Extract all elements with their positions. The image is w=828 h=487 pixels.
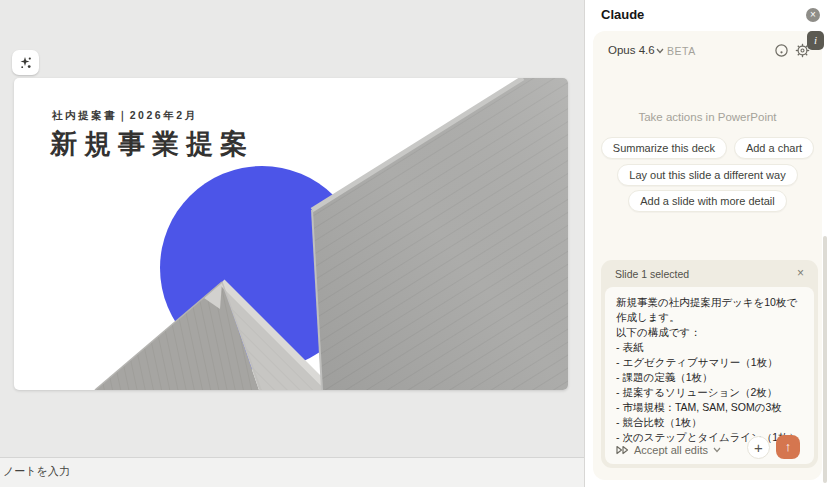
sparkle-icon bbox=[19, 56, 33, 70]
notes-input[interactable]: ノートを入力 bbox=[0, 458, 584, 487]
context-close-icon[interactable]: × bbox=[797, 266, 804, 280]
slide-kicker-text[interactable]: 社内提案書｜2026年2月 bbox=[52, 109, 197, 123]
empty-state-label: Take actions in PowerPoint bbox=[593, 111, 822, 123]
model-selector[interactable]: Opus 4.6 bbox=[608, 44, 655, 56]
suggestion-summarize-deck[interactable]: Summarize this deck bbox=[601, 137, 727, 159]
composer-text[interactable]: 新規事業の社内提案用デッキを10枚で作成します。 以下の構成です： - 表紙 -… bbox=[616, 295, 803, 445]
accept-all-edits-control[interactable]: Accept all edits bbox=[616, 444, 721, 456]
claude-addin-panel: Claude × Opus 4.6 BETA i Take actions in… bbox=[585, 0, 828, 487]
prompt-composer[interactable]: 新規事業の社内提案用デッキを10枚で作成します。 以下の構成です： - 表紙 -… bbox=[605, 287, 814, 464]
accept-all-edits-label: Accept all edits bbox=[634, 444, 708, 456]
history-icon[interactable] bbox=[774, 43, 789, 58]
notes-placeholder: ノートを入力 bbox=[3, 464, 70, 479]
slide-1[interactable]: 社内提案書｜2026年2月 新規事業提案 bbox=[14, 78, 568, 390]
attach-plus-button[interactable]: + bbox=[747, 436, 770, 459]
suggestion-layout-slide[interactable]: Lay out this slide a different way bbox=[617, 164, 797, 186]
slide-canvas: 社内提案書｜2026年2月 新規事業提案 ノートを入力 bbox=[0, 0, 584, 487]
info-icon[interactable]: i bbox=[807, 31, 824, 50]
suggestion-add-slide-detail[interactable]: Add a slide with more detail bbox=[628, 190, 787, 212]
ai-sparkle-button[interactable] bbox=[12, 50, 39, 75]
suggestion-add-chart[interactable]: Add a chart bbox=[734, 137, 814, 159]
beta-badge: BETA bbox=[667, 45, 696, 57]
send-button[interactable]: ↑ bbox=[776, 435, 800, 459]
slide-context-card: Slide 1 selected × 新規事業の社内提案用デッキを10枚で作成し… bbox=[601, 260, 818, 468]
chevron-down-icon bbox=[656, 48, 664, 54]
panel-title: Claude bbox=[601, 7, 644, 22]
close-icon[interactable]: × bbox=[806, 8, 820, 22]
slide-cover-artwork bbox=[14, 78, 568, 390]
context-card-header: Slide 1 selected bbox=[615, 268, 689, 280]
chevron-down-icon bbox=[713, 447, 721, 453]
fast-forward-icon bbox=[616, 445, 629, 455]
panel-scrollbar[interactable] bbox=[823, 236, 827, 483]
slide-title-text[interactable]: 新規事業提案 bbox=[50, 126, 254, 162]
